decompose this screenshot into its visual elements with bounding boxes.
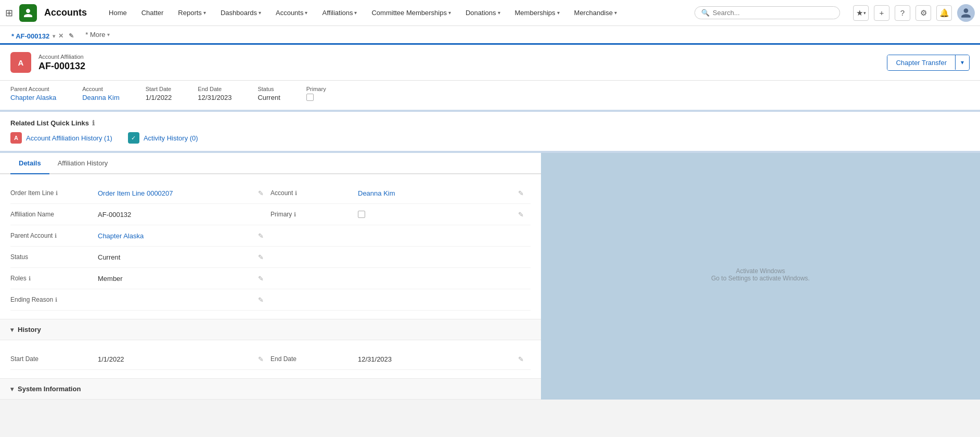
tab-more[interactable]: * More ▾ xyxy=(80,26,114,43)
parent-account-label: Parent Account xyxy=(10,86,56,92)
status-detail-field: Status Current ✎ xyxy=(10,247,270,267)
parent-account-detail-field: Parent Account ℹ Chapter Alaska ✎ xyxy=(10,225,270,246)
info-icon: ℹ xyxy=(29,275,31,282)
activity-history-label[interactable]: Activity History (0) xyxy=(144,134,198,142)
favorites-button[interactable]: ★ ▾ xyxy=(853,5,869,21)
record-name: AF-000132 xyxy=(38,61,85,72)
form-section: Order Item Line ℹ Order Item Line 000020… xyxy=(0,174,541,319)
account-detail-value[interactable]: Deanna Kim xyxy=(358,189,514,197)
grid-icon[interactable]: ⊞ xyxy=(5,7,13,19)
help-button[interactable]: ? xyxy=(895,5,910,21)
history-section-header[interactable]: ▾ History xyxy=(0,319,541,340)
edit-icon[interactable]: ✎ xyxy=(69,32,74,40)
tab-label: * AF-000132 xyxy=(11,32,49,40)
order-item-line-value[interactable]: Order Item Line 0000207 xyxy=(98,189,254,197)
nav-merchandise[interactable]: Merchandise ▾ xyxy=(568,6,623,20)
edit-pencil-icon[interactable]: ✎ xyxy=(258,232,270,240)
order-item-line-field: Order Item Line ℹ Order Item Line 000020… xyxy=(10,183,270,203)
info-icon: ℹ xyxy=(295,190,297,197)
end-date-detail-value: 12/31/2023 xyxy=(358,355,514,363)
quick-link-activity-history[interactable]: ✓ Activity History (0) xyxy=(128,132,198,144)
app-title: Accounts xyxy=(44,7,87,18)
edit-pencil-icon[interactable]: ✎ xyxy=(518,189,531,197)
right-panel: Activate WindowsGo to Settings to activa… xyxy=(541,153,980,400)
nav-items: Home Chatter Reports ▾ Dashboards ▾ Acco… xyxy=(102,6,687,20)
tab-details[interactable]: Details xyxy=(10,153,49,174)
tab-af-000132[interactable]: * AF-000132 ▾ ✕ ✎ xyxy=(5,28,80,45)
ending-reason-label: Ending Reason ℹ xyxy=(10,296,94,303)
chevron-down-icon: ▾ xyxy=(259,10,261,16)
info-icon: ℹ xyxy=(55,233,57,239)
gear-icon: ⚙ xyxy=(920,8,927,18)
empty-right-field4 xyxy=(270,289,531,310)
detail-tabs: Details Affiliation History xyxy=(0,153,541,174)
chapter-transfer-button[interactable]: Chapter Transfer ▾ xyxy=(887,55,970,71)
status-detail-label: Status xyxy=(10,253,94,261)
affiliation-name-field: Affiliation Name AF-000132 xyxy=(10,204,270,225)
edit-pencil-icon[interactable]: ✎ xyxy=(258,189,270,197)
status-value: Current xyxy=(257,94,280,101)
chevron-down-icon: ▾ xyxy=(10,385,14,393)
chevron-down-icon: ▾ xyxy=(557,10,560,16)
chevron-down-icon[interactable]: ▾ xyxy=(53,33,55,39)
info-icon: ℹ xyxy=(294,211,296,218)
quick-link-affiliation-history[interactable]: A Account Affiliation History (1) xyxy=(10,132,112,144)
detail-panel: Details Affiliation History Order Item L… xyxy=(0,153,541,400)
edit-pencil-icon[interactable]: ✎ xyxy=(518,211,531,219)
roles-value: Member xyxy=(98,275,254,282)
parent-account-detail-value[interactable]: Chapter Alaska xyxy=(98,232,254,240)
affiliation-history-label[interactable]: Account Affiliation History (1) xyxy=(26,134,112,142)
account-detail-label: Account ℹ xyxy=(270,189,354,197)
start-date-value: 1/1/2022 xyxy=(146,94,172,101)
add-button[interactable]: + xyxy=(874,5,889,21)
record-identity: A Account Affiliation AF-000132 xyxy=(10,52,85,73)
close-icon[interactable]: ✕ xyxy=(58,32,63,40)
search-input[interactable] xyxy=(713,9,827,17)
info-icon: ℹ xyxy=(92,119,95,127)
chapter-transfer-dropdown-icon[interactable]: ▾ xyxy=(955,55,969,70)
nav-affiliations[interactable]: Affiliations ▾ xyxy=(316,6,363,20)
edit-pencil-icon[interactable]: ✎ xyxy=(258,275,270,282)
nav-donations[interactable]: Donations ▾ xyxy=(459,6,507,20)
form-row-order-item: Order Item Line ℹ Order Item Line 000020… xyxy=(10,183,531,204)
avatar[interactable] xyxy=(957,4,975,22)
nav-memberships[interactable]: Memberships ▾ xyxy=(509,6,566,20)
top-navigation: ⊞ Accounts Home Chatter Reports ▾ Dashbo… xyxy=(0,0,980,26)
bell-icon: 🔔 xyxy=(939,8,949,18)
nav-chatter[interactable]: Chatter xyxy=(135,6,170,20)
quick-links-section: Related List Quick Links ℹ A Account Aff… xyxy=(0,112,980,153)
record-header: A Account Affiliation AF-000132 Chapter … xyxy=(0,45,980,81)
notifications-button[interactable]: 🔔 xyxy=(936,5,952,21)
edit-pencil-icon[interactable]: ✎ xyxy=(258,355,270,363)
edit-pencil-icon[interactable]: ✎ xyxy=(518,355,531,363)
affiliation-name-value: AF-000132 xyxy=(98,211,254,219)
start-date-detail-label: Start Date xyxy=(10,355,94,363)
nav-reports[interactable]: Reports ▾ xyxy=(172,6,212,20)
system-info-section-header[interactable]: ▾ System Information xyxy=(0,378,541,400)
account-detail-field: Account ℹ Deanna Kim ✎ xyxy=(270,183,531,203)
parent-account-value[interactable]: Chapter Alaska xyxy=(10,94,56,101)
empty-right-field xyxy=(270,225,531,246)
chapter-transfer-main-label[interactable]: Chapter Transfer xyxy=(887,55,955,70)
help-icon: ? xyxy=(900,8,905,17)
nav-accounts[interactable]: Accounts ▾ xyxy=(269,6,314,20)
chevron-down-icon[interactable]: ▾ xyxy=(107,32,110,37)
edit-pencil-icon[interactable]: ✎ xyxy=(258,296,270,304)
form-row-dates: Start Date 1/1/2022 ✎ End Date 12/31/202… xyxy=(10,349,531,370)
nav-committee-memberships[interactable]: Committee Memberships ▾ xyxy=(365,6,457,20)
history-form-section: Start Date 1/1/2022 ✎ End Date 12/31/202… xyxy=(0,340,541,378)
end-date-value: 12/31/2023 xyxy=(198,94,231,101)
chevron-down-icon: ▾ xyxy=(203,10,206,16)
edit-pencil-icon[interactable]: ✎ xyxy=(258,253,270,261)
start-date-detail-value: 1/1/2022 xyxy=(98,355,254,363)
plus-icon: + xyxy=(880,8,884,17)
search-icon: 🔍 xyxy=(701,9,710,17)
account-value[interactable]: Deanna Kim xyxy=(82,94,120,101)
nav-home[interactable]: Home xyxy=(102,6,133,20)
nav-dashboards[interactable]: Dashboards ▾ xyxy=(214,6,267,20)
parent-account-field: Parent Account Chapter Alaska xyxy=(10,86,56,101)
settings-button[interactable]: ⚙ xyxy=(915,5,931,21)
primary-checkbox[interactable] xyxy=(306,94,314,101)
primary-detail-checkbox[interactable] xyxy=(358,211,365,218)
tab-affiliation-history[interactable]: Affiliation History xyxy=(49,153,117,174)
